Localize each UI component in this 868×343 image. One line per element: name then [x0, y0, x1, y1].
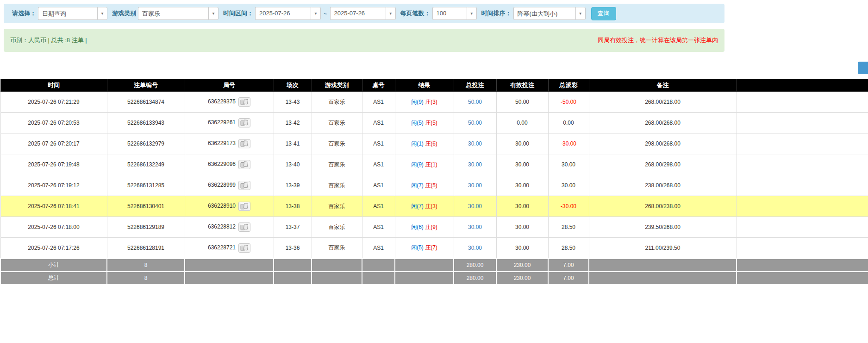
date-to-picker[interactable]: 2025-07-26 ▼: [330, 7, 396, 20]
empty-cell: [737, 113, 868, 133]
cards-icon: [240, 120, 249, 126]
total-bet-link[interactable]: 50.00: [468, 99, 482, 105]
table-row: 2025-07-26 07:17:26 522686128191 6362287…: [0, 238, 868, 259]
query-type-caret-button[interactable]: ▼: [97, 7, 107, 20]
time-sort-caret-button[interactable]: ▼: [575, 7, 586, 20]
table-header-row: 时间 注单编号 局号 场次 游戏类别 桌号 结果 总投注 有效投注 总派彩 备注: [0, 79, 868, 92]
date-from-value: 2025-07-26: [255, 7, 311, 20]
cell-time: 2025-07-26 07:19:12: [0, 175, 107, 196]
cell-total-bet: 50.00: [454, 113, 496, 133]
cell-payout: -30.00: [548, 133, 589, 154]
total-bet-link[interactable]: 30.00: [468, 140, 482, 147]
subtotal-label: 小计: [0, 259, 107, 272]
query-type-value: 日期查询: [38, 7, 97, 20]
total-bet-link[interactable]: 30.00: [468, 224, 482, 230]
query-type-select[interactable]: 日期查询 ▼: [38, 7, 107, 20]
view-cards-button[interactable]: [238, 139, 250, 148]
game-category-caret-button[interactable]: ▼: [208, 7, 219, 20]
cell-table-no: AS1: [362, 113, 395, 133]
bet-records-table: 时间 注单编号 局号 场次 游戏类别 桌号 结果 总投注 有效投注 总派彩 备注…: [0, 79, 868, 285]
cell-table-no: AS1: [362, 92, 395, 113]
table-body: 2025-07-26 07:21:29 522686134874 6362293…: [0, 92, 868, 259]
empty-cell: [589, 272, 737, 285]
round-number: 636228812: [208, 223, 236, 230]
cell-round: 636229173: [185, 133, 274, 154]
partial-button[interactable]: [858, 62, 868, 74]
cell-table-no: AS1: [362, 238, 395, 259]
game-category-label: 游戏类别: [112, 9, 136, 18]
cell-session: 13-39: [274, 175, 312, 196]
date-range-separator: ~: [324, 10, 327, 17]
date-to-caret-button[interactable]: ▼: [386, 7, 396, 20]
total-bet-link[interactable]: 50.00: [468, 120, 482, 126]
cell-valid-bet: 0.00: [496, 113, 548, 133]
result-banker: 庄(5): [425, 182, 437, 189]
empty-cell: [737, 196, 868, 217]
header-result: 结果: [395, 79, 454, 92]
round-number: 636229261: [208, 119, 236, 126]
result-player: 闲(9): [411, 161, 424, 168]
cell-round: 636228812: [185, 217, 274, 238]
cell-session: 13-37: [274, 217, 312, 238]
info-bar: 币别：人民币 | 总共 :8 注单 | 同局有效投注，统一计算在该局第一张注单内: [4, 29, 724, 52]
total-bet-link[interactable]: 30.00: [468, 245, 482, 251]
cell-table-no: AS1: [362, 133, 395, 154]
chevron-down-icon: ▼: [314, 12, 318, 16]
cell-total-bet: 30.00: [454, 217, 496, 238]
cell-time: 2025-07-26 07:21:29: [0, 92, 107, 113]
cell-game: 百家乐: [312, 154, 362, 175]
empty-cell: [362, 259, 395, 272]
per-page-select[interactable]: 100 ▼: [432, 7, 477, 20]
view-cards-button[interactable]: [238, 160, 250, 169]
cell-bet-no: 522686130401: [107, 196, 185, 217]
header-extra: [737, 79, 868, 92]
header-payout: 总派彩: [548, 79, 589, 92]
time-sort-select[interactable]: 降幂(由大到小) ▼: [513, 7, 586, 20]
total-bet-link[interactable]: 30.00: [468, 161, 482, 168]
select-label: 请选择：: [12, 9, 36, 18]
query-button[interactable]: 查询: [591, 7, 616, 20]
header-session: 场次: [274, 79, 312, 92]
cell-payout: -30.00: [548, 196, 589, 217]
date-from-caret-button[interactable]: ▼: [311, 7, 321, 20]
view-cards-button[interactable]: [238, 202, 250, 211]
cell-valid-bet: 30.00: [496, 175, 548, 196]
total-bet-link[interactable]: 30.00: [468, 182, 482, 189]
cell-table-no: AS1: [362, 154, 395, 175]
view-cards-button[interactable]: [238, 97, 250, 107]
cell-session: 13-38: [274, 196, 312, 217]
currency-summary: 币别：人民币 | 总共 :8 注单 |: [10, 36, 87, 44]
empty-cell: [274, 259, 312, 272]
per-page-label: 每页笔数：: [400, 9, 431, 18]
round-number: 636229096: [208, 161, 236, 167]
cell-payout: 0.00: [548, 113, 589, 133]
view-cards-button[interactable]: [238, 222, 250, 232]
cell-game: 百家乐: [312, 133, 362, 154]
cards-icon: [240, 161, 249, 168]
view-cards-button[interactable]: [238, 118, 250, 127]
cell-valid-bet: 30.00: [496, 133, 548, 154]
result-player: 闲(5): [411, 244, 424, 251]
cell-game: 百家乐: [312, 196, 362, 217]
header-total-bet: 总投注: [454, 79, 496, 92]
date-from-picker[interactable]: 2025-07-26 ▼: [255, 7, 321, 20]
cell-round: 636229261: [185, 113, 274, 133]
game-category-select[interactable]: 百家乐 ▼: [138, 7, 219, 20]
cell-round: 636229375: [185, 92, 274, 113]
empty-cell: [737, 259, 868, 272]
view-cards-button[interactable]: [238, 181, 250, 190]
result-player: 闲(5): [411, 120, 424, 126]
cell-total-bet: 30.00: [454, 196, 496, 217]
total-bet-link[interactable]: 30.00: [468, 203, 482, 210]
per-page-caret-button[interactable]: ▼: [467, 7, 477, 20]
cell-payout: 28.50: [548, 217, 589, 238]
table-row: 2025-07-26 07:20:17 522686132979 6362291…: [0, 133, 868, 154]
cell-remark: 268.00/268.00: [589, 113, 737, 133]
empty-cell: [737, 238, 868, 259]
cell-table-no: AS1: [362, 217, 395, 238]
subtotal-row: 小计 8 280.00 230.00 7.00: [0, 259, 868, 272]
cell-table-no: AS1: [362, 175, 395, 196]
result-banker: 庄(9): [425, 224, 437, 230]
cell-bet-no: 522686131285: [107, 175, 185, 196]
view-cards-button[interactable]: [238, 243, 250, 253]
